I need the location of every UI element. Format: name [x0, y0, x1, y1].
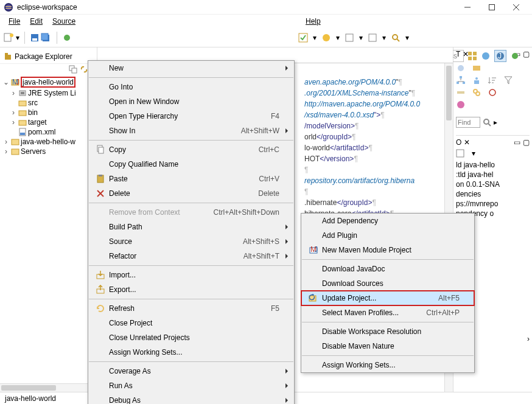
expand-icon[interactable]: ⌄	[2, 78, 10, 86]
find-icon[interactable]	[391, 33, 401, 43]
tree-item-label[interactable]: pom.xml	[28, 128, 55, 136]
dropdown-icon[interactable]: ▾	[359, 33, 363, 42]
task-icon[interactable]	[345, 33, 354, 43]
collapse-icon[interactable]	[456, 88, 469, 97]
menu-item-coverage-as[interactable]: Coverage As	[88, 364, 294, 378]
menu-item-refactor[interactable]: RefactorAlt+Shift+T	[88, 249, 294, 263]
menu-item-download-javadoc[interactable]: Download JavaDoc	[301, 262, 474, 276]
maximize-button[interactable]	[480, 1, 504, 14]
maximize-view-icon[interactable]: ▢	[523, 138, 530, 147]
code-editor[interactable]: aven.apache.org/POM/4.0.0"¶ .org/2001/XM…	[298, 63, 453, 232]
menu-item-copy-qualified-name[interactable]: Copy Qualified Name	[88, 157, 294, 172]
menu-item-debug-as[interactable]: Debug As	[88, 393, 294, 404]
link-editor-icon[interactable]	[80, 65, 88, 74]
menu-help[interactable]: Help	[301, 15, 326, 27]
menu-item-open-in-new-window[interactable]: Open in New Window	[88, 94, 294, 109]
maximize-view-icon[interactable]: ▢	[523, 50, 530, 58]
close-button[interactable]	[504, 1, 528, 14]
menu-item-build-path[interactable]: Build Path	[88, 220, 294, 234]
dropdown-icon[interactable]: ▾	[336, 33, 340, 42]
menu-item-copy[interactable]: CopyCtrl+C	[88, 142, 294, 157]
menu-item-import[interactable]: Import...	[88, 268, 294, 282]
debug-icon[interactable]	[62, 33, 72, 43]
open-perspective-icon[interactable]	[467, 51, 477, 61]
expand-icon[interactable]: ›	[2, 138, 10, 146]
dropdown-icon[interactable]: ▾	[16, 33, 19, 42]
menu-item-run-as[interactable]: Run As	[88, 378, 294, 393]
menu-item-show-in[interactable]: Show InAlt+Shift+W	[88, 124, 294, 138]
chevron-right-icon[interactable]: ›	[527, 335, 530, 343]
project-servers[interactable]: Servers	[21, 147, 46, 156]
outline-item[interactable]: on 0.0.1-SNA	[456, 179, 530, 189]
menu-file[interactable]: File	[4, 15, 25, 27]
minimize-button[interactable]	[455, 1, 480, 14]
menu-item-source[interactable]: SourceAlt+Shift+S	[88, 234, 294, 249]
menu-item-disable-workspace-resolution[interactable]: Disable Workspace Resolution	[301, 324, 474, 339]
menu-item-assign-working-sets[interactable]: Assign Working Sets...	[301, 358, 474, 372]
debug-perspective-icon[interactable]	[510, 51, 520, 61]
outline-view-tab[interactable]: O	[456, 138, 461, 147]
sort-outline-icon[interactable]	[456, 149, 469, 158]
run-config-icon[interactable]	[321, 33, 331, 43]
project-java-web-hello[interactable]: java-web-hello-w	[21, 138, 75, 146]
menu-item-add-plugin[interactable]: Add Plugin	[301, 228, 474, 243]
presentation-icon[interactable]	[472, 75, 485, 85]
view-tab-icon[interactable]: ✕	[464, 138, 470, 147]
task-category-icon[interactable]	[472, 63, 485, 73]
expand-icon[interactable]: ›	[10, 108, 17, 117]
tree-item-label[interactable]: JRE System Li	[28, 89, 76, 97]
save-icon[interactable]	[30, 33, 40, 43]
sort-icon[interactable]	[488, 75, 501, 85]
tree-item-label[interactable]: bin	[28, 108, 38, 117]
dropdown-icon[interactable]: ▾	[382, 33, 386, 42]
clear-icon[interactable]: ▸	[494, 118, 497, 127]
save-all-icon[interactable]	[41, 33, 52, 43]
project-tree[interactable]: ⌄ MJ java-hello-world › JRE System Li sr…	[0, 75, 97, 158]
minimize-view-icon[interactable]: ▭	[514, 138, 520, 147]
menu-item-select-maven-profiles[interactable]: Select Maven Profiles...Ctrl+Alt+P	[301, 305, 474, 320]
expand-icon[interactable]: ›	[10, 118, 17, 127]
horizontal-scrollbar[interactable]	[0, 383, 97, 392]
tree-item-label[interactable]: src	[28, 99, 38, 107]
outline-item[interactable]: ps://mvnrepo	[456, 199, 530, 209]
collapse-all-icon[interactable]	[69, 65, 77, 74]
java-ee-perspective-icon[interactable]	[481, 51, 491, 61]
menu-item-export[interactable]: Export...	[88, 282, 294, 297]
outline-item[interactable]: :tld java-hel	[456, 170, 530, 179]
menu-item-assign-working-sets[interactable]: Assign Working Sets...	[88, 345, 294, 360]
menu-item-update-project[interactable]: Update Project...Alt+F5	[301, 291, 474, 305]
java-perspective-icon[interactable]: J	[494, 50, 506, 62]
maven-submenu[interactable]: Add DependencyAdd PluginMJNew Maven Modu…	[301, 213, 475, 373]
expand-icon[interactable]: ›	[10, 89, 17, 97]
search-icon[interactable]	[483, 118, 491, 127]
find-input[interactable]	[456, 117, 480, 128]
new-icon[interactable]	[4, 33, 15, 43]
menu-item-new[interactable]: New	[88, 61, 294, 75]
menu-item-open-type-hierarchy[interactable]: Open Type HierarchyF4	[88, 109, 294, 124]
outline-tree[interactable]: ld java-hello :tld java-hel on 0.0.1-SNA…	[456, 160, 530, 218]
menu-item-paste[interactable]: PasteCtrl+V	[88, 172, 294, 186]
mylyn-icon[interactable]	[456, 100, 469, 110]
menu-item-close-unrelated-projects[interactable]: Close Unrelated Projects	[88, 330, 294, 345]
filter-icon[interactable]	[503, 75, 517, 85]
dropdown-icon[interactable]: ▾	[313, 33, 317, 42]
menu-item-new-maven-module-project[interactable]: MJNew Maven Module Project	[301, 243, 474, 257]
menu-item-disable-maven-nature[interactable]: Disable Maven Nature	[301, 339, 474, 354]
project-context-menu[interactable]: NewGo IntoOpen in New WindowOpen Type Hi…	[88, 60, 295, 404]
outline-item[interactable]: ld java-hello	[456, 160, 530, 170]
menu-item-download-sources[interactable]: Download Sources	[301, 276, 474, 291]
outline-item[interactable]: dencies	[456, 189, 530, 199]
tree-item-label[interactable]: target	[28, 118, 47, 127]
sync-icon[interactable]	[488, 88, 501, 97]
menu-item-refresh[interactable]: RefreshF5	[88, 301, 294, 316]
menu-source[interactable]: Source	[47, 15, 80, 27]
coverage-icon[interactable]	[298, 33, 308, 43]
open-task-icon[interactable]	[368, 33, 377, 43]
menu-item-close-project[interactable]: Close Project	[88, 316, 294, 330]
menu-item-go-into[interactable]: Go Into	[88, 80, 294, 94]
hierarchy-icon[interactable]	[456, 75, 469, 85]
task-focus-icon[interactable]	[456, 63, 469, 73]
menu-edit[interactable]: Edit	[25, 15, 47, 27]
hide-fields-icon[interactable]: ▾	[472, 149, 485, 158]
project-java-hello-world[interactable]: java-hello-world	[21, 77, 75, 88]
